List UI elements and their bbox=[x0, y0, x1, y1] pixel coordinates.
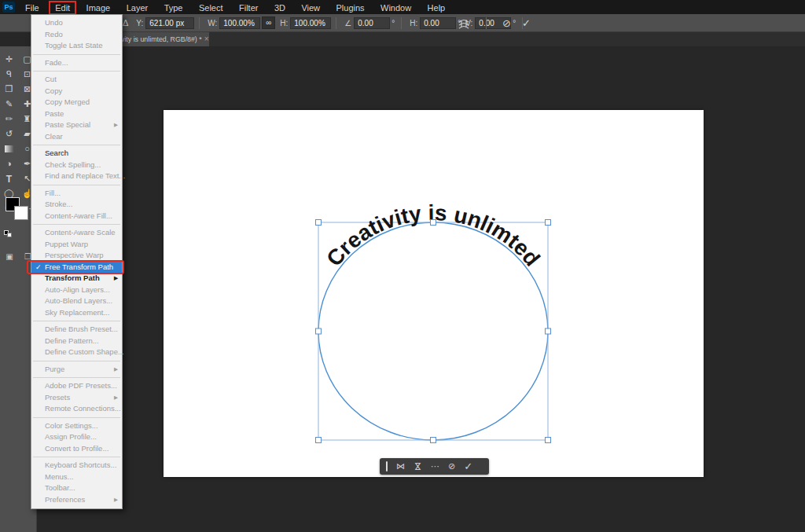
document-tab[interactable]: vity is unlimted, RGB/8#) * × bbox=[118, 32, 209, 46]
h-skew-field[interactable]: 0.00 bbox=[420, 17, 456, 29]
edit-menu-item[interactable]: Define Brush Preset... bbox=[31, 324, 122, 336]
edit-menu-item[interactable]: Redo bbox=[31, 29, 122, 41]
menubar-item-plugins[interactable]: Plugins bbox=[330, 1, 371, 15]
edit-menu-item[interactable]: Remote Connections... bbox=[31, 403, 122, 415]
edit-menu-item[interactable]: Copy Merged bbox=[31, 97, 122, 108]
dodge-tool[interactable]: ◑ bbox=[2, 158, 17, 170]
relative-position-icon[interactable]: Δ bbox=[123, 18, 128, 28]
default-colors-icon[interactable] bbox=[4, 230, 13, 237]
document-canvas[interactable]: Creativity is unlimted bbox=[164, 110, 704, 477]
menubar-item-select[interactable]: Select bbox=[193, 1, 230, 15]
more-options-icon[interactable]: ⋯ bbox=[431, 462, 439, 471]
type-tool[interactable]: T bbox=[2, 173, 17, 185]
height-label: H: bbox=[280, 19, 288, 28]
menubar-item-type[interactable]: Type bbox=[158, 1, 189, 15]
edit-menu-item[interactable]: Assign Profile... bbox=[31, 431, 122, 443]
divider bbox=[336, 17, 336, 29]
edit-menu-item[interactable]: Auto-Align Layers... bbox=[31, 284, 122, 296]
edit-menu-item[interactable]: Define Pattern... bbox=[31, 336, 122, 347]
edit-menu-item[interactable]: Copy bbox=[31, 86, 122, 97]
edit-menu-item[interactable]: Content-Aware Fill... bbox=[31, 211, 122, 222]
quick-mask-icon[interactable]: ▣ bbox=[6, 252, 13, 261]
photoshop-logo-icon: Ps bbox=[2, 2, 15, 13]
edit-menu-item bbox=[31, 52, 122, 57]
menubar-item-image[interactable]: Image bbox=[80, 1, 117, 15]
edit-menu-item[interactable]: Clear bbox=[31, 131, 122, 143]
edit-menu-item[interactable]: Check Spelling... bbox=[31, 160, 122, 171]
edit-menu-item[interactable]: Fade... bbox=[31, 57, 122, 69]
edit-menu-item[interactable]: Search bbox=[31, 148, 122, 160]
width-field[interactable]: 100.00% bbox=[219, 17, 260, 29]
edit-menu-item[interactable]: Stroke... bbox=[31, 199, 122, 211]
edit-menu-item bbox=[31, 454, 122, 460]
move-tool[interactable]: ✛ bbox=[2, 53, 17, 65]
brush-tool[interactable]: ✏ bbox=[2, 113, 17, 125]
edit-menu-item[interactable]: Toggle Last State bbox=[31, 40, 122, 52]
edit-menu-item[interactable]: Toolbar... bbox=[31, 482, 122, 494]
edit-menu-item[interactable]: Keyboard Shortcuts... bbox=[31, 460, 122, 471]
menubar-item-filter[interactable]: Filter bbox=[233, 1, 264, 15]
y-position-field[interactable]: 621.00 px bbox=[145, 17, 194, 29]
edit-menu-item[interactable]: Presets bbox=[31, 392, 122, 404]
edit-menu-item[interactable]: Purge bbox=[31, 364, 122, 376]
menubar-item-help[interactable]: Help bbox=[421, 1, 452, 15]
rotate-angle-icon: ∠ bbox=[344, 19, 351, 28]
edit-menu-item[interactable]: Menus... bbox=[31, 471, 122, 483]
edit-menu-item[interactable]: ✓Free Transform Path bbox=[31, 262, 122, 273]
edit-menu-item[interactable]: Content-Aware Scale bbox=[31, 227, 122, 239]
edit-menu-item[interactable]: Cut bbox=[31, 74, 122, 86]
maintain-aspect-ratio-icon[interactable]: ∞ bbox=[262, 17, 275, 29]
drag-handle[interactable] bbox=[386, 461, 388, 471]
cancel-transform-icon[interactable]: ⊘ bbox=[448, 462, 455, 471]
menubar-item-file[interactable]: File bbox=[19, 1, 46, 15]
rotation-field[interactable]: 0.00 bbox=[354, 17, 390, 29]
edit-menu-item[interactable]: Undo bbox=[31, 17, 122, 29]
edit-menu-item bbox=[31, 142, 122, 148]
photoshop-window: Ps File Edit Image Layer Type Select Fil… bbox=[0, 0, 805, 532]
edit-menu-item[interactable]: Color Settings... bbox=[31, 420, 122, 432]
menubar-item-view[interactable]: View bbox=[295, 1, 326, 15]
background-color-swatch[interactable] bbox=[14, 206, 28, 220]
commit-transform-icon[interactable]: ✓ bbox=[522, 17, 531, 29]
transform-touch-bar: ⋈ ⋈ ⋯ ⊘ ✓ bbox=[380, 458, 489, 475]
edit-menu-item[interactable]: Sky Replacement... bbox=[31, 307, 122, 319]
document-tab-title: vity is unlimted, RGB/8#) * bbox=[121, 32, 202, 46]
cancel-transform-icon[interactable]: ⊘ bbox=[502, 17, 511, 29]
edit-menu-item[interactable]: Paste Special bbox=[31, 119, 122, 131]
edit-menu-item[interactable]: Paste bbox=[31, 108, 122, 120]
menubar-item-edit[interactable]: Edit bbox=[49, 1, 76, 15]
edit-menu-item bbox=[31, 222, 122, 227]
edit-menu-item bbox=[31, 415, 122, 420]
divider bbox=[401, 17, 402, 29]
menubar-item-window[interactable]: Window bbox=[374, 1, 417, 15]
width-label: W: bbox=[208, 19, 217, 28]
height-field[interactable]: 100.00% bbox=[290, 17, 331, 29]
document-tab-bar: vity is unlimted, RGB/8#) * × bbox=[37, 32, 805, 46]
edit-menu-item[interactable]: Transform Path bbox=[31, 273, 122, 284]
edit-menu-item[interactable]: Puppet Warp bbox=[31, 239, 122, 251]
eyedropper-tool[interactable]: ✎ bbox=[2, 98, 17, 110]
edit-menu-item[interactable]: Auto-Blend Layers... bbox=[31, 295, 122, 307]
edit-menu-item[interactable]: Fill... bbox=[31, 188, 122, 200]
crop-tool[interactable]: ❒ bbox=[2, 83, 17, 95]
edit-menu-item[interactable]: Find and Replace Text... bbox=[31, 171, 122, 182]
menubar-item-layer[interactable]: Layer bbox=[120, 1, 155, 15]
commit-transform-icon[interactable]: ✓ bbox=[464, 461, 472, 471]
edit-menu-item bbox=[31, 182, 122, 188]
canvas-artwork: Creativity is unlimted bbox=[164, 110, 704, 477]
flip-horizontal-icon[interactable]: ⋈ bbox=[396, 462, 405, 471]
edit-menu-item[interactable]: Convert to Profile... bbox=[31, 443, 122, 455]
divider bbox=[486, 17, 487, 29]
lasso-tool[interactable]: ᑫ bbox=[2, 68, 17, 80]
edit-menu-item[interactable]: Define Custom Shape... bbox=[31, 347, 122, 358]
menubar-item-3d[interactable]: 3D bbox=[268, 1, 292, 15]
gradient-tool[interactable] bbox=[2, 143, 17, 155]
edit-menu-item[interactable]: Adobe PDF Presets... bbox=[31, 380, 122, 392]
history-brush-tool[interactable]: ↺ bbox=[2, 128, 17, 140]
y-label: Y: bbox=[136, 19, 143, 28]
warp-mode-icon[interactable] bbox=[458, 17, 470, 29]
edit-menu-item[interactable]: Perspective Warp bbox=[31, 250, 122, 262]
edit-menu-item[interactable]: Preferences bbox=[31, 494, 122, 506]
close-tab-icon[interactable]: × bbox=[204, 32, 209, 46]
flip-vertical-icon[interactable]: ⋈ bbox=[414, 462, 422, 471]
